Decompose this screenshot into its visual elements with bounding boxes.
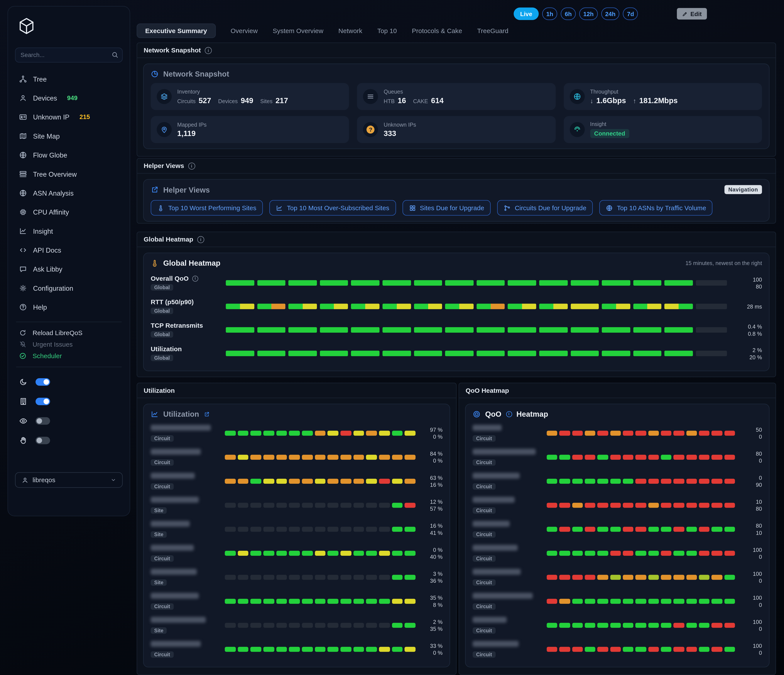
heatmap-strip[interactable] bbox=[225, 647, 415, 652]
sidebar-item-ask-libby[interactable]: Ask Libby bbox=[15, 259, 123, 279]
stat-key: Devices bbox=[218, 98, 238, 104]
visibility-toggle[interactable] bbox=[36, 417, 50, 425]
row-values: 2 %35 % bbox=[420, 618, 443, 632]
sidebar-action-urgent-issues[interactable]: Urgent Issues bbox=[15, 338, 123, 350]
tab-treeguard[interactable]: TreeGuard bbox=[477, 27, 508, 34]
tab-system-overview[interactable]: System Overview bbox=[273, 27, 324, 34]
edit-label: Edit bbox=[691, 10, 702, 17]
dark-mode-toggle[interactable] bbox=[36, 378, 50, 386]
info-icon[interactable]: i bbox=[188, 162, 195, 169]
sidebar-item-tree[interactable]: Tree bbox=[15, 70, 123, 88]
libreqos-logo-icon[interactable] bbox=[17, 17, 36, 36]
touch-toggle[interactable] bbox=[36, 437, 50, 444]
sidebar-item-configuration[interactable]: Configuration bbox=[15, 279, 123, 298]
action-label: Reload LibreQoS bbox=[33, 329, 82, 337]
heatmap-strip[interactable] bbox=[547, 575, 735, 580]
sidebar-item-cpu-affinity[interactable]: CPU Affinity bbox=[15, 203, 123, 222]
tab-top-10[interactable]: Top 10 bbox=[377, 27, 397, 34]
heatmap-strip[interactable] bbox=[225, 527, 415, 532]
panel-title: Helper Views bbox=[144, 162, 184, 169]
user-menu-button[interactable]: libreqos bbox=[15, 472, 123, 488]
info-icon[interactable]: i bbox=[506, 411, 512, 417]
sidebar-item-asn-analysis[interactable]: ASN Analysis bbox=[15, 184, 123, 203]
heatmap-strip[interactable] bbox=[547, 551, 735, 556]
sidebar-item-flow-globe[interactable]: Flow Globe bbox=[15, 146, 123, 164]
range-24h-button[interactable]: 24h bbox=[601, 8, 619, 20]
heatmap-strip[interactable] bbox=[225, 431, 415, 436]
heatmap-strip[interactable] bbox=[225, 575, 415, 580]
info-icon[interactable]: i bbox=[205, 47, 212, 54]
sidebar-item-site-map[interactable]: Site Map bbox=[15, 127, 123, 146]
tab-protocols-cake[interactable]: Protocols & Cake bbox=[412, 27, 462, 34]
sidebar-item-api-docs[interactable]: API Docs bbox=[15, 241, 123, 259]
range-7d-button[interactable]: 7d bbox=[623, 8, 638, 20]
helper-top-10-asns-by-traffic-volume-button[interactable]: Top 10 ASNs by Traffic Volume bbox=[599, 200, 712, 216]
heatmap-strip[interactable] bbox=[225, 551, 415, 556]
heatmap-strip[interactable] bbox=[547, 479, 735, 484]
heatmap-strip[interactable] bbox=[547, 455, 735, 460]
sidebar-item-label: Flow Globe bbox=[33, 151, 67, 158]
heatmap-strip[interactable] bbox=[547, 503, 735, 507]
panel-header: QoO Heatmap bbox=[459, 383, 776, 398]
helper-sites-due-for-upgrade-button[interactable]: Sites Due for Upgrade bbox=[402, 200, 491, 216]
helper-top-10-worst-performing-sites-button[interactable]: Top 10 Worst Performing Sites bbox=[151, 200, 263, 216]
sidebar-item-devices[interactable]: Devices949 bbox=[15, 88, 123, 107]
panel-title: Utilization bbox=[144, 387, 175, 394]
type-badge: Circuit bbox=[473, 651, 495, 658]
heatmap-strip[interactable] bbox=[226, 304, 727, 309]
tree-icon bbox=[19, 75, 27, 83]
search-icon bbox=[111, 51, 118, 58]
sidebar-item-insight[interactable]: Insight bbox=[15, 222, 123, 241]
heatmap-strip[interactable] bbox=[547, 431, 735, 436]
user-icon bbox=[22, 476, 28, 484]
heatmap-strip[interactable] bbox=[225, 503, 415, 507]
redacted-name bbox=[151, 641, 201, 647]
heatmap-strip[interactable] bbox=[226, 280, 727, 286]
toggle-row-touch bbox=[15, 431, 123, 450]
sidebar-item-label: Insight bbox=[33, 227, 53, 235]
sidebar-action-scheduler[interactable]: Scheduler bbox=[15, 350, 123, 362]
row-values: 1000 bbox=[740, 642, 762, 656]
heatmap-strip[interactable] bbox=[547, 599, 735, 604]
heatmap-strip[interactable] bbox=[226, 351, 727, 356]
panel-header: Global Heatmap i bbox=[137, 232, 776, 247]
helper-circuits-due-for-upgrade-button[interactable]: Circuits Due for Upgrade bbox=[497, 200, 593, 216]
qoo-row: Circuit8010 bbox=[473, 517, 762, 541]
info-icon[interactable]: i bbox=[197, 236, 204, 243]
live-button[interactable]: Live bbox=[514, 8, 539, 20]
range-1h-button[interactable]: 1h bbox=[542, 8, 557, 20]
tab-executive-summary[interactable]: Executive Summary bbox=[137, 23, 216, 38]
heatmap-strip[interactable] bbox=[225, 599, 415, 604]
utilization-row: Circuit97 %0 % bbox=[151, 421, 443, 445]
utilization-rows: Circuit97 %0 %Circuit84 %0 %Circuit63 %1… bbox=[151, 421, 443, 661]
range-6h-button[interactable]: 6h bbox=[561, 8, 576, 20]
organization-toggle[interactable] bbox=[36, 398, 50, 405]
unknown-ips-count: 333 bbox=[384, 129, 397, 138]
external-link-icon[interactable] bbox=[204, 411, 210, 417]
qoo-row: Circuit1000 bbox=[473, 589, 762, 613]
network-snapshot-panel: Network Snapshot i Network Snapshot Inve… bbox=[137, 42, 776, 157]
sidebar-item-help[interactable]: Help bbox=[15, 298, 123, 317]
heatmap-strip[interactable] bbox=[225, 455, 415, 460]
range-12h-button[interactable]: 12h bbox=[579, 8, 597, 20]
down-arrow-icon: ↓ bbox=[590, 97, 593, 104]
global-heatmap-rows: Overall QoOiGlobal10080RTT (p50/p90)Glob… bbox=[151, 271, 762, 365]
tab-overview[interactable]: Overview bbox=[231, 27, 258, 34]
heatmap-strip[interactable] bbox=[547, 647, 735, 652]
sidebar-action-reload-libreqos[interactable]: Reload LibreQoS bbox=[15, 327, 123, 338]
info-icon[interactable]: i bbox=[192, 276, 198, 282]
time-range-selector: Live1h6h12h24h7d bbox=[514, 8, 638, 20]
stat-unknown-ips: ? Unknown IPs 333 bbox=[357, 116, 555, 143]
sidebar-item-unknown-ip[interactable]: Unknown IP215 bbox=[15, 107, 123, 126]
tab-network[interactable]: Network bbox=[338, 27, 362, 34]
stat-label: Throughput bbox=[590, 88, 681, 95]
heatmap-strip[interactable] bbox=[225, 623, 415, 628]
heatmap-strip[interactable] bbox=[225, 479, 415, 484]
helper-top-10-most-over-subscribed-sites-button[interactable]: Top 10 Most Over-Subscribed Sites bbox=[269, 200, 396, 216]
heatmap-strip[interactable] bbox=[547, 623, 735, 628]
sidebar-item-tree-overview[interactable]: Tree Overview bbox=[15, 164, 123, 183]
search-input[interactable] bbox=[15, 47, 123, 62]
edit-button[interactable]: Edit bbox=[677, 8, 707, 20]
heatmap-strip[interactable] bbox=[226, 327, 727, 332]
heatmap-strip[interactable] bbox=[547, 527, 735, 532]
